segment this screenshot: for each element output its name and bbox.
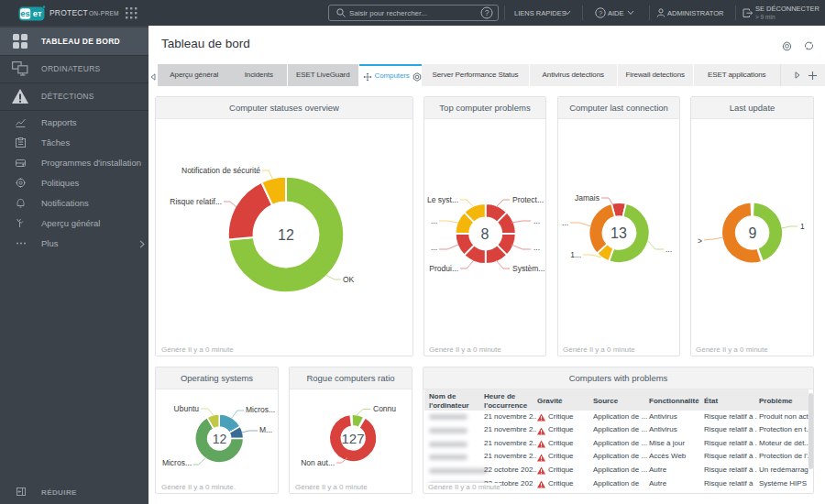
svg-text:...: ... <box>431 216 437 225</box>
svg-text:OK: OK <box>343 275 355 284</box>
svg-text:13: 13 <box>610 225 627 241</box>
svg-text:Micros...: Micros... <box>162 458 192 467</box>
svg-text:...: ... <box>534 243 540 252</box>
svg-text:>: > <box>698 236 702 246</box>
svg-text:Protect...: Protect... <box>512 195 544 204</box>
svg-text:9: 9 <box>749 225 757 241</box>
svg-text:8: 8 <box>481 226 490 242</box>
svg-text:...: ... <box>562 218 568 227</box>
svg-text:Micros...: Micros... <box>246 405 275 414</box>
svg-text:Connu: Connu <box>373 404 396 413</box>
svg-text:Produi...: Produi... <box>429 264 458 273</box>
svg-text:...: ... <box>666 245 672 254</box>
svg-text:Systèm...: Systèm... <box>512 264 544 273</box>
svg-text:Risque relatif...: Risque relatif... <box>170 197 222 206</box>
svg-text:Notification de sécurité: Notification de sécurité <box>182 166 260 175</box>
svg-text:12: 12 <box>213 432 227 446</box>
svg-text:Le syst...: Le syst... <box>427 195 458 204</box>
svg-text:Ubuntu: Ubuntu <box>174 404 200 413</box>
svg-text:Non aut...: Non aut... <box>301 458 335 467</box>
svg-text:12: 12 <box>278 227 294 243</box>
svg-text:127: 127 <box>341 431 364 446</box>
svg-text:1: 1 <box>800 222 805 231</box>
svg-text:1...: 1... <box>570 250 581 259</box>
svg-text:M...: M... <box>259 425 272 434</box>
svg-text:...: ... <box>431 243 437 252</box>
svg-text:...: ... <box>534 216 540 225</box>
svg-text:Jamais: Jamais <box>575 193 600 203</box>
